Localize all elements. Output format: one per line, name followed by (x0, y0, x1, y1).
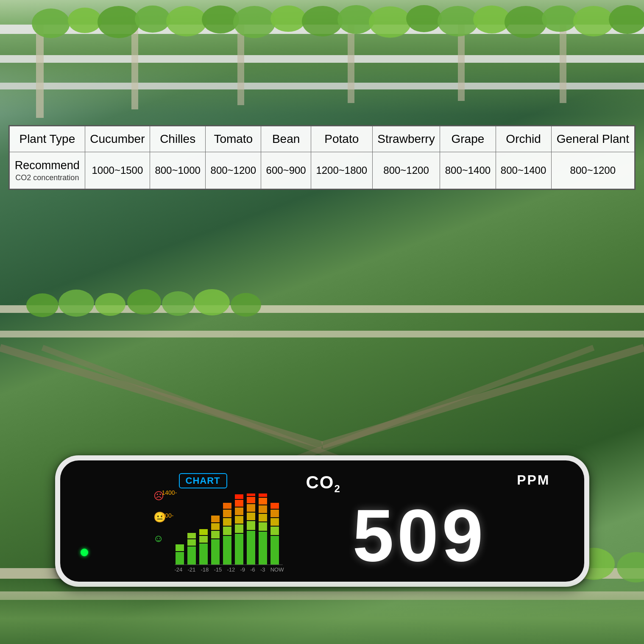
grape-value: 800~1400 (440, 152, 496, 189)
svg-rect-88 (270, 503, 279, 509)
svg-rect-82 (259, 498, 267, 505)
svg-point-18 (135, 6, 170, 33)
svg-point-41 (231, 293, 261, 317)
svg-rect-3 (36, 25, 44, 118)
orchid-value: 800~1400 (496, 152, 551, 189)
svg-line-9 (0, 348, 322, 445)
svg-rect-85 (270, 527, 279, 535)
svg-rect-50 (176, 544, 184, 551)
svg-point-37 (95, 293, 125, 316)
general-plant-header: General Plant (551, 126, 634, 152)
svg-rect-4 (131, 25, 138, 109)
x-label-15: -15 (214, 566, 222, 573)
x-label-6: -6 (250, 566, 255, 573)
svg-rect-75 (247, 504, 255, 512)
svg-point-23 (302, 6, 343, 36)
svg-rect-51 (187, 546, 196, 565)
svg-rect-84 (270, 536, 279, 565)
svg-rect-61 (223, 536, 231, 565)
svg-point-40 (194, 289, 230, 315)
face-good-icon: ☺ (153, 532, 166, 544)
svg-point-38 (127, 289, 161, 315)
svg-rect-52 (187, 539, 196, 546)
svg-point-17 (98, 6, 140, 38)
svg-rect-71 (235, 494, 243, 499)
x-label-12: -12 (227, 566, 235, 573)
svg-rect-34 (0, 331, 644, 337)
potato-header: Potato (311, 126, 372, 152)
svg-rect-56 (199, 529, 208, 535)
tomato-header: Tomato (206, 126, 261, 152)
chilles-value: 800~1000 (150, 152, 206, 189)
svg-rect-76 (247, 497, 255, 503)
svg-rect-62 (223, 527, 231, 535)
ppm-label: PPM (517, 472, 550, 488)
svg-rect-58 (211, 531, 220, 538)
svg-rect-60 (211, 516, 220, 522)
svg-rect-6 (348, 25, 354, 103)
cucumber-header: Cucumber (85, 126, 150, 152)
svg-point-16 (68, 8, 102, 33)
svg-rect-87 (270, 510, 279, 517)
general-plant-value: 800~1200 (551, 152, 634, 189)
bean-value: 600~900 (261, 152, 311, 189)
svg-point-39 (162, 291, 194, 316)
svg-rect-64 (223, 510, 231, 517)
svg-rect-72 (247, 531, 255, 565)
x-label-9: -9 (240, 566, 245, 573)
svg-rect-80 (259, 514, 267, 521)
svg-rect-57 (211, 539, 220, 565)
plant-row-bottom (0, 580, 644, 644)
x-label-3: -3 (260, 566, 265, 573)
cucumber-value: 1000~1500 (85, 152, 150, 189)
x-label-18: -18 (201, 566, 209, 573)
svg-rect-55 (199, 536, 208, 543)
plant-type-header: Plant Type (10, 126, 85, 152)
svg-rect-59 (211, 523, 220, 530)
svg-rect-2 (0, 83, 644, 89)
svg-rect-53 (187, 533, 196, 538)
x-label-21: -21 (187, 566, 195, 573)
svg-rect-77 (247, 493, 255, 496)
svg-rect-54 (199, 544, 208, 565)
svg-rect-49 (176, 552, 184, 565)
x-label-24: -24 (175, 566, 183, 573)
device-body: CHART ☹ 😐 ☺ 1400- 800- (55, 455, 589, 587)
potato-value: 1200~1800 (311, 152, 372, 189)
x-axis-labels: -24 -21 -18 -15 -12 -9 -6 -3 NOW (175, 566, 284, 573)
svg-point-29 (505, 6, 547, 38)
tomato-value: 800~1200 (206, 152, 261, 189)
svg-point-30 (542, 6, 577, 32)
svg-rect-79 (259, 522, 267, 531)
chart-label: CHART (179, 473, 227, 488)
svg-rect-78 (259, 532, 267, 565)
svg-rect-66 (235, 534, 243, 565)
bar-chart-svg (175, 493, 283, 566)
svg-point-15 (32, 8, 70, 38)
svg-point-22 (270, 6, 306, 32)
svg-point-27 (438, 6, 478, 36)
led-indicator (81, 549, 88, 556)
chilles-header: Chilles (150, 126, 206, 152)
orchid-header: Orchid (496, 126, 551, 152)
co2-label: CO2 (306, 472, 341, 495)
svg-point-26 (406, 5, 442, 32)
svg-rect-63 (223, 518, 231, 526)
strawberry-header: Strawberry (372, 126, 440, 152)
svg-line-12 (276, 348, 594, 466)
svg-point-31 (573, 6, 614, 36)
co2-device: CHART ☹ 😐 ☺ 1400- 800- (55, 455, 589, 587)
svg-rect-83 (259, 493, 267, 497)
svg-rect-74 (247, 513, 255, 520)
svg-rect-86 (270, 518, 279, 526)
bean-header: Bean (261, 126, 311, 152)
recommend-label: Recommend CO2 concentration (10, 152, 85, 189)
svg-rect-5 (237, 25, 244, 105)
svg-rect-8 (560, 25, 566, 103)
svg-rect-67 (235, 524, 243, 533)
svg-rect-73 (247, 521, 255, 530)
plant-table: Plant Type Cucumber Chilles Tomato Bean … (8, 125, 636, 190)
svg-rect-68 (235, 516, 243, 524)
svg-point-25 (369, 6, 411, 38)
svg-point-19 (166, 6, 207, 36)
